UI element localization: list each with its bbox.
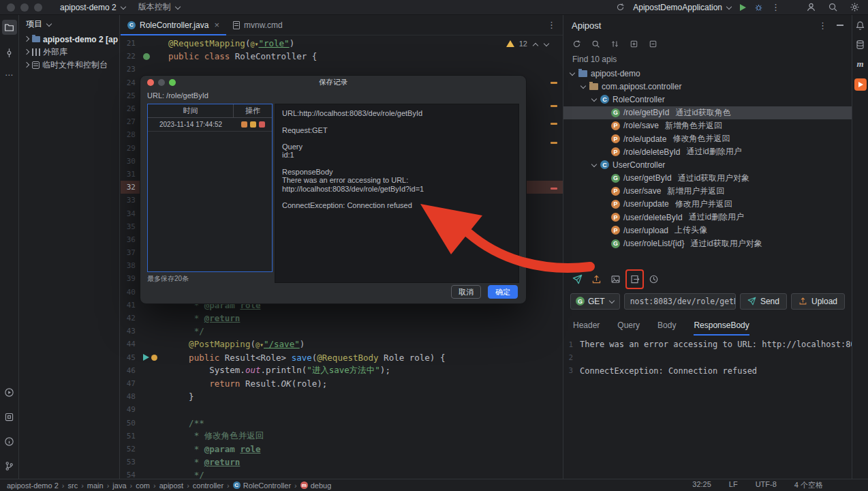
chevron-down-icon[interactable]	[569, 70, 575, 76]
history-icon[interactable]	[648, 273, 660, 285]
cancel-button[interactable]: 取消	[451, 285, 481, 299]
run-icon[interactable]	[241, 121, 247, 128]
record-table[interactable]: 时间 操作 2023-11-14 17:44:52	[147, 104, 273, 272]
breadcrumb-item[interactable]: main	[87, 481, 104, 490]
breadcrumb-item[interactable]: java	[112, 481, 126, 490]
breadcrumb-item[interactable]: apipost	[159, 481, 183, 490]
url-input[interactable]: nost:8083/dev/role/getById	[624, 293, 736, 310]
image-icon[interactable]	[610, 273, 621, 285]
tab-header[interactable]: Header	[573, 321, 600, 336]
inspections-widget[interactable]: 12	[506, 40, 549, 48]
stripe-mark[interactable]	[551, 105, 557, 107]
stripe-mark[interactable]	[551, 82, 557, 84]
collapse-all-icon[interactable]	[649, 40, 657, 48]
code-line[interactable]: 49	[121, 403, 563, 416]
editor-tab[interactable]: RoleController.java×	[121, 15, 226, 35]
database-tool-icon[interactable]	[855, 40, 865, 50]
upload-button[interactable]: Upload	[791, 293, 845, 310]
run-gutter-icon[interactable]	[143, 53, 150, 60]
api-tree-item[interactable]: G/user/roleList/{id}通过id获取用户对象	[563, 237, 852, 250]
breadcrumb-item[interactable]: controller	[193, 481, 223, 490]
maven-tool-icon[interactable]: m	[856, 59, 863, 70]
settings-gear-icon[interactable]	[850, 2, 860, 12]
chevron-down-icon[interactable]	[591, 162, 597, 168]
zoom-window-icon[interactable]	[34, 3, 42, 12]
breadcrumb-item[interactable]: mdebug	[300, 481, 332, 490]
run-config-selector[interactable]: ApipostDemoApplication	[633, 3, 732, 12]
send-gutter-icon[interactable]	[143, 354, 149, 361]
save-icon[interactable]	[250, 121, 256, 128]
editor-tab[interactable]: mvnw.cmd	[226, 15, 290, 35]
project-item[interactable]: apipost-demo 2 [ap	[19, 33, 119, 46]
project-tool-icon[interactable]	[2, 20, 17, 35]
api-tree-item[interactable]: CUserController	[563, 158, 852, 171]
api-tree-item[interactable]: G/user/getById通过id获取用户对象	[563, 172, 852, 185]
problems-tool-icon[interactable]	[2, 434, 17, 449]
vcs-widget[interactable]: 版本控制	[138, 1, 181, 13]
editor-options-icon[interactable]: ⋮	[547, 20, 556, 29]
code-line[interactable]: 23	[121, 63, 563, 76]
sort-icon[interactable]	[610, 40, 619, 48]
api-tree-item[interactable]: P/user/save新增用户并返回	[563, 185, 852, 198]
apipost-tool-icon[interactable]	[854, 78, 867, 91]
record-row[interactable]: 2023-11-14 17:44:52	[148, 118, 272, 132]
api-tree-item[interactable]: G/role/getById通过id获取角色	[563, 106, 852, 119]
run-button[interactable]	[740, 4, 746, 11]
debug-icon[interactable]	[754, 3, 763, 12]
code-line[interactable]: 54 */	[121, 468, 563, 479]
code-line[interactable]: 21@RequestMapping(@▾"role")	[121, 37, 563, 50]
close-icon[interactable]: ×	[214, 20, 219, 30]
tab-responsebody[interactable]: ResponseBody	[694, 321, 749, 336]
next-warning-icon[interactable]	[543, 41, 549, 47]
save-record-icon[interactable]	[629, 273, 640, 285]
stripe-mark[interactable]	[551, 142, 557, 144]
stripe-mark-current[interactable]	[551, 188, 557, 190]
delete-icon[interactable]	[259, 121, 265, 128]
status-item[interactable]: UTF-8	[756, 480, 777, 490]
breadcrumb-item[interactable]: com	[136, 481, 150, 490]
bean-gutter-icon[interactable]	[151, 355, 157, 361]
code-line[interactable]: 46 System.out.println("进入save方法中");	[121, 364, 563, 377]
status-item[interactable]: 32:25	[692, 480, 711, 490]
services-tool-icon[interactable]	[2, 409, 17, 424]
tab-query[interactable]: Query	[617, 321, 640, 336]
expand-all-icon[interactable]	[630, 40, 638, 48]
dialog-close-icon[interactable]	[147, 79, 154, 86]
chevron-right-icon[interactable]	[23, 36, 29, 42]
code-line[interactable]: 43 */	[121, 325, 563, 338]
commit-tool-icon[interactable]	[2, 45, 17, 60]
project-item[interactable]: 临时文件和控制台	[19, 59, 119, 72]
code-line[interactable]: 51 * 修改角色并返回	[121, 430, 563, 443]
git-branch-icon[interactable]	[2, 458, 17, 473]
chevron-down-icon[interactable]	[46, 21, 52, 27]
hide-panel-icon[interactable]	[837, 25, 843, 26]
user-icon[interactable]	[806, 2, 816, 12]
code-line[interactable]: 45 public Result<Role> save(@RequestBody…	[121, 351, 563, 364]
status-item[interactable]: 4 个空格	[794, 480, 823, 490]
response-lines[interactable]: 1There was an error accessing to URL: ht…	[563, 336, 852, 479]
send-request-icon[interactable]	[572, 273, 583, 285]
notifications-bell-icon[interactable]	[855, 20, 865, 31]
more-tools-icon[interactable]: ⋯	[5, 70, 14, 80]
api-tree-item[interactable]: P/user/update修改用户并返回	[563, 198, 852, 211]
search-icon[interactable]	[828, 2, 838, 12]
code-line[interactable]: 52 * @param role	[121, 443, 563, 456]
breadcrumb-item[interactable]: CRoleController	[233, 481, 291, 490]
api-tree-item[interactable]: P/user/deleteById通过id删除用户	[563, 211, 852, 224]
api-tree-item[interactable]: com.apipost.controller	[563, 80, 852, 93]
chevron-right-icon[interactable]	[23, 49, 29, 55]
send-button[interactable]: Send	[740, 293, 787, 310]
api-tree-item[interactable]: CRoleController	[563, 93, 852, 106]
chevron-down-icon[interactable]	[580, 83, 586, 89]
stripe-mark[interactable]	[551, 123, 557, 125]
code-line[interactable]: 48 }	[121, 390, 563, 403]
chevron-right-icon[interactable]	[23, 62, 29, 68]
run-tool-icon[interactable]	[2, 385, 17, 400]
tab-body[interactable]: Body	[657, 321, 676, 336]
method-select[interactable]: G GET	[570, 293, 620, 310]
api-tree-item[interactable]: P/user/upload上传头像	[563, 224, 852, 237]
code-line[interactable]: 22public class RoleController {	[121, 50, 563, 63]
code-line[interactable]: 53 * @return	[121, 456, 563, 468]
code-line[interactable]: 44 @PostMapping(@▾"/save")	[121, 338, 563, 351]
sync-icon[interactable]	[616, 3, 625, 12]
